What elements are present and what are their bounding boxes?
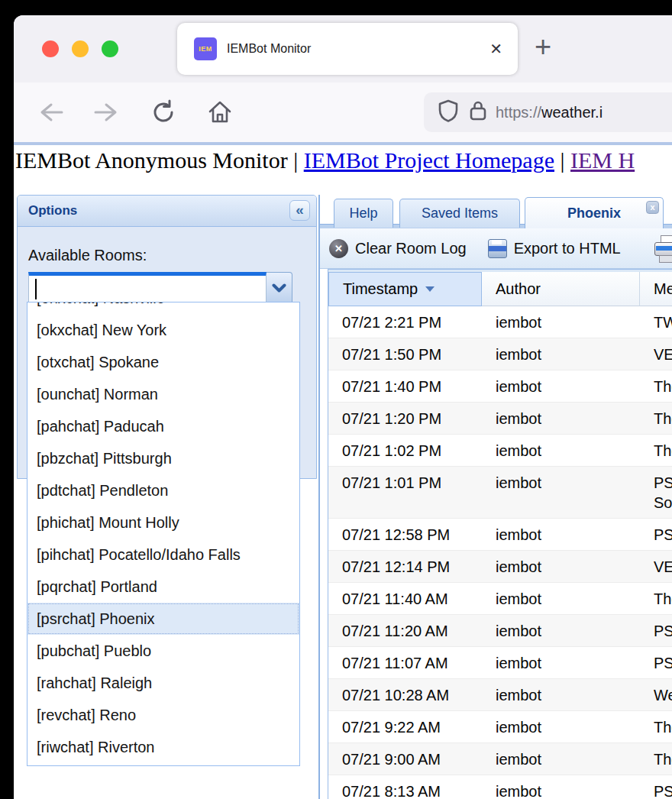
tab-phoenix-label: Phoenix [567,205,621,222]
tab-phoenix[interactable]: Phoenix x [525,197,664,228]
browser-titlebar: IEM IEMBot Monitor ✕ + [14,15,672,82]
messages-grid: Timestamp Author Message 07/21 2:21 PM i… [328,269,672,799]
lock-icon[interactable] [468,99,488,126]
cell-message: VEF [640,551,672,582]
cell-timestamp: 07/21 11:07 AM [328,647,482,678]
printer-icon[interactable] [653,235,672,263]
room-list-item[interactable]: [pdtchat] Pendleton [27,474,299,506]
page-content: IEMBot Anonymous Monitor | IEMBot Projec… [14,145,672,799]
cell-timestamp: 07/21 12:14 PM [328,551,482,582]
room-list-item[interactable]: [pqrchat] Portland [27,571,299,603]
table-row[interactable]: 07/21 1:50 PM iembot VEF [328,338,672,370]
room-list-item[interactable]: [psrchat] Phoenix [27,603,299,635]
tab-strip: Help Saved Items Phoenix x [320,195,672,228]
table-row[interactable]: 07/21 1:40 PM iembot The [328,370,672,403]
table-row[interactable]: 07/21 12:58 PM iembot PSR [328,519,672,551]
cell-timestamp: 07/21 11:20 AM [328,615,482,646]
reload-icon[interactable] [150,99,177,129]
room-list-item[interactable]: [pubchat] Pueblo [27,635,299,667]
cell-message: The [640,711,672,742]
table-row[interactable]: 07/21 9:22 AM iembot The [328,711,672,743]
cell-message: The [640,370,672,402]
circle-x-icon: ✕ [329,239,348,258]
url-text: https://weather.i [496,104,603,121]
sort-desc-icon [425,286,435,292]
column-header-author[interactable]: Author [482,272,640,306]
minimize-window-button[interactable] [72,40,89,57]
cell-author: iembot [482,519,640,550]
cell-timestamp: 07/21 12:58 PM [328,519,482,550]
room-list-item[interactable]: [riwchat] Riverton [27,731,299,763]
cell-message: PSR [640,647,672,678]
iem-homepage-link[interactable]: IEM H [570,147,635,173]
cell-author: iembot [482,370,640,402]
cell-timestamp: 07/21 9:22 AM [328,711,482,742]
cell-message: The [640,583,672,614]
room-list-item[interactable]: [otxchat] Spokane [27,346,299,378]
rooms-list: [ohxchat] Nashville[okxchat] New York[ot… [27,302,299,763]
room-list-item[interactable]: [pbzchat] Pittsburgh [27,442,299,474]
cell-author: iembot [482,435,640,466]
cell-timestamp: 07/21 1:01 PM [328,467,482,518]
url-bar[interactable]: https://weather.i [424,92,672,132]
grid-header: Timestamp Author Message [328,270,672,306]
browser-tab[interactable]: IEM IEMBot Monitor ✕ [177,23,518,75]
browser-window: IEM IEMBot Monitor ✕ + [14,15,672,799]
table-row[interactable]: 07/21 12:14 PM iembot VEF [328,551,672,583]
rooms-combo-input[interactable] [28,272,267,302]
room-list-item[interactable]: [pihchat] Pocatello/Idaho Falls [27,539,299,571]
room-list-item[interactable]: [revchat] Reno [27,699,299,731]
cell-timestamp: 07/21 8:13 AM [328,775,482,799]
home-icon[interactable] [206,99,234,129]
cell-timestamp: 07/21 1:02 PM [328,435,482,466]
table-row[interactable]: 07/21 11:20 AM iembot PSR [328,615,672,647]
room-list-item[interactable]: [pahchat] Paducah [27,410,299,442]
iembot-homepage-link[interactable]: IEMBot Project Homepage [304,147,554,173]
tab-saved-items[interactable]: Saved Items [399,199,520,228]
table-row[interactable]: 07/21 1:20 PM iembot The [328,403,672,435]
table-row[interactable]: 07/21 2:21 PM iembot TWC [328,306,672,338]
back-arrow-icon[interactable] [37,101,66,127]
column-header-timestamp[interactable]: Timestamp [328,272,482,306]
table-row[interactable]: 07/21 9:00 AM iembot The [328,743,672,775]
table-row[interactable]: 07/21 1:02 PM iembot The [328,435,672,467]
cell-message: PSR [640,775,672,799]
forward-arrow-icon[interactable] [92,101,121,127]
clear-room-log-button[interactable]: Clear Room Log [355,240,467,257]
text-caret [35,279,37,299]
room-list-item[interactable]: [rahchat] Raleigh [27,667,299,699]
cell-timestamp: 07/21 1:50 PM [328,338,482,370]
shield-icon[interactable] [438,99,459,126]
options-panel-title: Options [28,203,77,218]
cell-author: iembot [482,583,640,614]
room-list-item[interactable]: [ohxchat] Nashville [27,302,299,314]
table-row[interactable]: 07/21 8:13 AM iembot PSR [328,775,672,799]
export-to-html-button[interactable]: Export to HTML [514,240,621,257]
collapse-panel-button[interactable]: « [289,200,310,221]
column-header-message[interactable]: Message [640,272,672,306]
room-list-item[interactable]: [okxchat] New York [27,314,299,346]
tab-phoenix-close-icon[interactable]: x [646,201,659,214]
close-window-button[interactable] [42,40,59,57]
cell-timestamp: 07/21 9:00 AM [328,743,482,775]
browser-navbar: https://weather.i [14,82,672,142]
cell-author: iembot [482,647,640,678]
floppy-disk-icon [488,239,507,258]
tab-close-icon[interactable]: ✕ [489,40,502,58]
table-row[interactable]: 07/21 11:40 AM iembot The [328,583,672,615]
cell-timestamp: 07/21 11:40 AM [328,583,482,614]
room-list-item[interactable]: [ounchat] Norman [27,378,299,410]
cell-author: iembot [482,338,640,370]
cell-timestamp: 07/21 2:21 PM [328,306,482,338]
cell-message: The [640,403,672,434]
table-row[interactable]: 07/21 10:28 AM iembot Wea [328,679,672,711]
page-title-text: IEMBot Anonymous Monitor [15,147,288,173]
zoom-window-button[interactable] [102,40,118,57]
cell-author: iembot [482,306,640,338]
cell-timestamp: 07/21 1:20 PM [328,403,482,434]
room-list-item[interactable]: [phichat] Mount Holly [27,506,299,539]
table-row[interactable]: 07/21 1:01 PM iembot PSRSou [328,467,672,519]
table-row[interactable]: 07/21 11:07 AM iembot PSR [328,647,672,679]
new-tab-button[interactable]: + [535,31,551,63]
tab-help[interactable]: Help [334,199,393,228]
